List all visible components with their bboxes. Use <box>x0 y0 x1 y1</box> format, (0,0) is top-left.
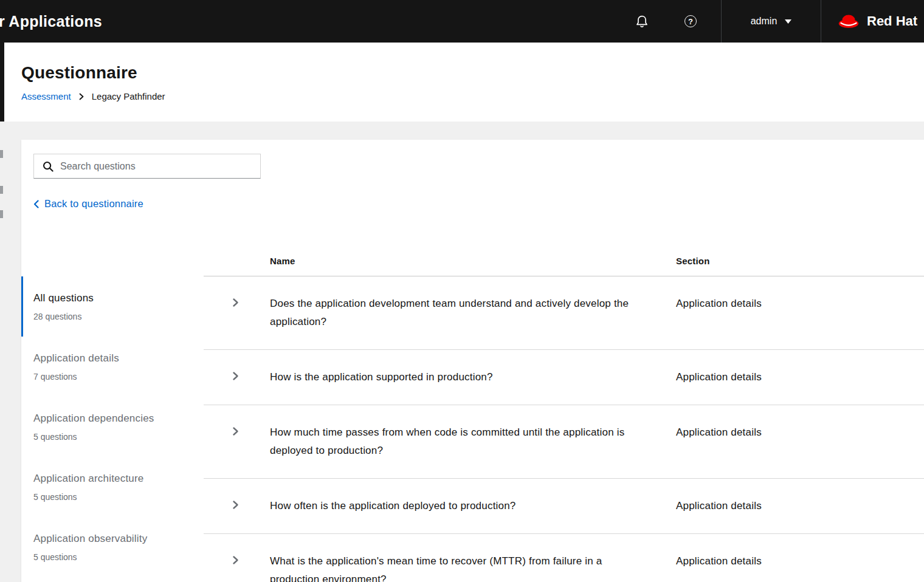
expand-toggle-button[interactable] <box>232 500 239 510</box>
section-tabs: All questions 28 questions Application d… <box>21 246 204 577</box>
question-name: What is the application's mean time to r… <box>270 534 676 582</box>
nav-edge-mark <box>0 186 3 194</box>
user-menu-label: admin <box>751 16 777 27</box>
tab-label: Application observability <box>33 532 198 546</box>
tab-label: Application architecture <box>33 471 198 486</box>
help-button[interactable]: ? <box>672 0 709 43</box>
nav-edge-mark <box>0 150 3 158</box>
tab-count: 28 questions <box>33 311 198 322</box>
masthead: r Applications ? admin Red Hat <box>0 0 924 43</box>
main-background: Back to questionnaire All questions 28 q… <box>0 122 924 582</box>
nav-edge-mark <box>0 210 3 218</box>
expand-toggle-button[interactable] <box>232 555 239 565</box>
search-icon <box>43 161 53 172</box>
section-tab[interactable]: Application architecture 5 questions <box>21 457 204 517</box>
expand-cell <box>204 405 270 436</box>
table-row: How often is the application deployed to… <box>204 479 924 534</box>
chevron-right-icon <box>232 555 239 565</box>
section-tab[interactable]: Application dependencies 5 questions <box>21 397 204 457</box>
table-row: What is the application's mean time to r… <box>204 534 924 582</box>
questions-table: Name Section Does the application develo… <box>204 246 924 582</box>
question-section: Application details <box>676 276 924 331</box>
expand-cell <box>204 479 270 510</box>
chevron-right-icon <box>232 500 239 510</box>
nav-edge-strip <box>0 43 4 122</box>
back-to-questionnaire-link[interactable]: Back to questionnaire <box>33 198 143 210</box>
questionnaire-card: Back to questionnaire All questions 28 q… <box>21 140 924 582</box>
app-title: r Applications <box>0 13 102 30</box>
breadcrumb-current: Legacy Pathfinder <box>92 91 165 101</box>
questions-content: All questions 28 questions Application d… <box>21 246 924 582</box>
section-tab[interactable]: Application details 7 questions <box>21 337 204 397</box>
bell-icon <box>635 15 649 28</box>
tab-count: 7 questions <box>33 371 198 382</box>
search-field <box>33 154 261 179</box>
question-name: How much time passes from when code is c… <box>270 405 676 478</box>
table-row: How much time passes from when code is c… <box>204 405 924 479</box>
question-name: Does the application development team un… <box>270 276 676 349</box>
brand-text: Red Hat <box>867 13 917 29</box>
help-icon: ? <box>684 15 697 27</box>
chevron-right-icon <box>232 298 239 307</box>
question-name: How is the application supported in prod… <box>270 350 676 405</box>
question-section: Application details <box>676 479 924 533</box>
chevron-right-icon <box>232 426 239 436</box>
page-title: Questionnaire <box>21 63 924 83</box>
table-row: How is the application supported in prod… <box>204 350 924 405</box>
question-section: Application details <box>676 405 924 460</box>
breadcrumb-link-assessment[interactable]: Assessment <box>21 91 71 101</box>
chevron-left-icon <box>33 200 39 208</box>
question-section: Application details <box>676 350 924 405</box>
section-tab[interactable]: Application observability 5 questions <box>21 517 204 577</box>
expand-toggle-button[interactable] <box>232 298 239 307</box>
page-header: Questionnaire Assessment Legacy Pathfind… <box>0 43 924 122</box>
table-body: Does the application development team un… <box>204 276 924 582</box>
tab-count: 5 questions <box>33 431 198 442</box>
section-tab[interactable]: All questions 28 questions <box>21 276 204 337</box>
redhat-fedora-icon <box>836 12 861 31</box>
column-header-section: Section <box>676 256 924 266</box>
expand-cell <box>204 350 270 381</box>
chevron-right-icon <box>79 93 84 100</box>
breadcrumb: Assessment Legacy Pathfinder <box>21 91 924 101</box>
table-header-row: Name Section <box>204 246 924 276</box>
tab-label: All questions <box>33 291 198 306</box>
back-link-label: Back to questionnaire <box>44 198 143 210</box>
search-input[interactable] <box>60 161 254 172</box>
caret-down-icon <box>785 19 791 24</box>
expand-cell <box>204 534 270 565</box>
brand: Red Hat <box>821 0 924 43</box>
user-menu[interactable]: admin <box>721 0 821 43</box>
tab-label: Application details <box>33 351 198 366</box>
question-name: How often is the application deployed to… <box>270 479 676 533</box>
tab-count: 5 questions <box>33 552 198 563</box>
chevron-right-icon <box>232 371 239 381</box>
notifications-button[interactable] <box>624 0 660 43</box>
tab-count: 5 questions <box>33 491 198 502</box>
tab-label: Application dependencies <box>33 411 198 426</box>
column-header-name: Name <box>270 256 676 266</box>
expand-toggle-button[interactable] <box>232 426 239 436</box>
table-row: Does the application development team un… <box>204 276 924 350</box>
question-section: Application details <box>676 534 924 582</box>
expand-toggle-button[interactable] <box>232 371 239 381</box>
expand-cell <box>204 276 270 307</box>
